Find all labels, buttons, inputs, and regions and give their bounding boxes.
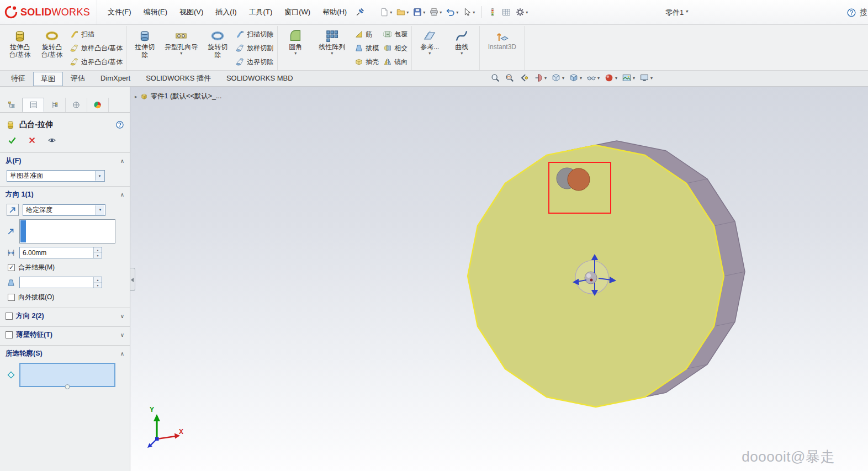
collapse-chevron-icon[interactable]: ∧ [120,192,124,198]
featuremanager-tab[interactable] [1,98,23,112]
propertymanager-tab[interactable] [23,98,44,112]
draft-outward-checkbox[interactable] [8,294,15,301]
rebuild-button[interactable] [486,6,499,18]
pm-help-icon[interactable] [115,120,124,129]
dropdown-caret-icon[interactable]: ▾ [473,10,475,15]
configurationmanager-tab[interactable] [44,98,66,112]
menu-file[interactable]: 文件(F) [102,0,137,24]
dropdown-caret-icon[interactable]: ▾ [562,76,564,81]
hole-wizard-button[interactable]: 异型孔向导 ▾ [161,26,202,70]
draft-angle-input[interactable]: ▲▼ [19,277,102,288]
dropdown-caret-icon[interactable]: ▾ [180,51,182,56]
part-tree-root-label[interactable]: 零件1 (默认<<默认>_... [151,92,222,101]
display-style-button[interactable]: ▾ [569,73,582,83]
dropdown-caret-icon[interactable]: ▾ [597,76,600,81]
tab-features[interactable]: 特征 [3,71,33,86]
view-orientation-button[interactable]: ▾ [551,73,564,83]
reverse-direction-button[interactable] [7,204,19,216]
open-button[interactable]: ▾ [395,6,410,18]
expand-arrow-icon[interactable]: ▸ [135,94,137,99]
shell-button[interactable]: 抽壳 [354,56,379,68]
reference-geometry-button[interactable]: 参考... ▾ [414,26,446,70]
displaymanager-tab[interactable] [87,98,109,112]
section-selected-contours[interactable]: 所选轮廓(S) ∧ [0,345,130,361]
start-condition-dropdown[interactable]: 草图基准面 ▾ [7,170,105,182]
dropdown-caret-icon[interactable]: ▾ [650,76,653,81]
model-3d[interactable] [130,87,868,471]
save-button[interactable]: ▾ [411,6,426,18]
dropdown-caret-icon[interactable]: ▾ [331,51,333,56]
panel-collapse-grip[interactable] [130,268,135,291]
detailed-preview-button[interactable] [47,136,56,145]
section-thin-feature[interactable]: 薄壁特征(T) ∨ [0,326,130,342]
dropdown-caret-icon[interactable]: ▾ [526,10,528,15]
zoom-fit-button[interactable] [490,73,500,83]
menu-window[interactable]: 窗口(W) [278,0,316,24]
dropdown-caret-icon[interactable]: ▾ [440,10,442,15]
menu-help[interactable]: 帮助(H) [316,0,353,24]
lofted-boss-button[interactable]: 放样凸台/基体 [70,43,123,54]
pin-menu-icon[interactable] [355,7,365,17]
tab-evaluate[interactable]: 评估 [63,71,93,86]
cancel-button[interactable] [28,136,36,145]
options-button[interactable]: ▾ [514,6,529,18]
direction-selection-box[interactable] [19,219,115,244]
boundary-cut-button[interactable]: 边界切除 [236,56,273,68]
undo-button[interactable]: ▾ [444,6,459,18]
wrap-button[interactable]: 包覆 [383,29,407,40]
expand-chevron-icon[interactable]: ∨ [120,313,124,319]
help-icon[interactable] [846,8,856,18]
extruded-boss-button[interactable]: 拉伸凸 台/基体 [4,26,36,70]
instant3d-button[interactable]: Instant3D [481,26,522,70]
linear-pattern-button[interactable]: 线性阵列 ▾ [311,26,352,70]
boundary-boss-button[interactable]: 边界凸台/基体 [70,56,123,68]
mirror-button[interactable]: 镜向 [383,56,407,68]
expand-chevron-icon[interactable]: ∨ [120,332,124,338]
dropdown-caret-icon[interactable]: ▾ [580,76,582,81]
depth-input[interactable]: 6.00mm ▲▼ [19,247,102,258]
swept-boss-button[interactable]: 扫描 [70,29,123,40]
direction2-checkbox[interactable] [6,313,13,320]
tab-dimxpert[interactable]: DimXpert [93,71,138,86]
rib-button[interactable]: 筋 [354,29,379,40]
lofted-cut-button[interactable]: 放样切割 [236,43,273,54]
apply-scene-button[interactable]: ▾ [622,73,635,83]
dropdown-caret-icon[interactable]: ▾ [390,10,392,15]
menu-insert[interactable]: 插入(I) [209,0,242,24]
graphics-area[interactable]: ▸ 零件1 (默认<<默认>_... Y X dooooit@暴走 [130,87,868,471]
extruded-cut-button[interactable]: 拉伸切 除 [129,26,161,70]
hole-feature[interactable] [557,168,590,190]
previous-view-button[interactable] [519,73,529,83]
view-settings-button[interactable]: ▾ [639,73,653,83]
dimxpertmanager-tab[interactable] [66,98,87,112]
swept-cut-button[interactable]: 扫描切除 [236,29,273,40]
draft-button[interactable]: 拔模 [354,43,379,54]
ok-button[interactable] [8,136,17,145]
section-view-button[interactable]: ▾ [533,73,547,83]
section-direction1[interactable]: 方向 1(1) ∧ [0,186,130,202]
print-button[interactable]: ▾ [428,6,443,18]
draft-angle-spinner[interactable]: ▲▼ [93,277,102,288]
menu-edit[interactable]: 编辑(E) [137,0,173,24]
end-condition-dropdown[interactable]: 给定深度 ▾ [23,204,105,216]
grid-button[interactable] [500,6,512,18]
menu-view[interactable]: 视图(V) [173,0,209,24]
curves-button[interactable]: 曲线 ▾ [446,26,478,70]
dropdown-arrow-icon[interactable]: ▾ [96,205,104,215]
dropdown-caret-icon[interactable]: ▾ [544,76,547,81]
fillet-button[interactable]: 圆角 ▾ [279,26,311,70]
intersect-button[interactable]: 相交 [383,43,407,54]
dropdown-arrow-icon[interactable]: ▾ [95,171,104,181]
dropdown-caret-icon[interactable]: ▾ [461,51,463,56]
new-document-button[interactable]: ▾ [378,6,393,18]
section-direction2[interactable]: 方向 2(2) ∨ [0,308,130,324]
zoom-area-button[interactable] [505,73,515,83]
edit-appearance-button[interactable]: ▾ [604,73,617,83]
section-from[interactable]: 从(F) ∧ [0,152,130,168]
dropdown-caret-icon[interactable]: ▾ [406,10,409,15]
depth-spinner[interactable]: ▲▼ [93,247,102,258]
revolved-boss-button[interactable]: 旋转凸 台/基体 [36,26,68,70]
collapse-chevron-icon[interactable]: ∧ [120,158,124,164]
select-button[interactable]: ▾ [461,6,476,18]
tab-sketch[interactable]: 草图 [33,72,63,86]
